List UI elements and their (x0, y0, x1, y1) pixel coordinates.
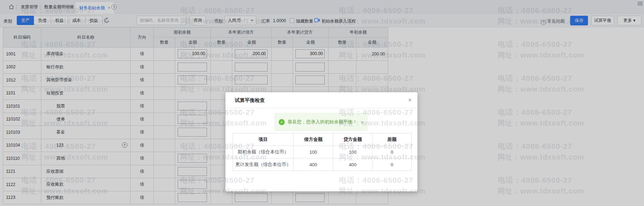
summary-col-item: 项目 (233, 133, 294, 146)
balance-summary-table: 项目 借方金额 贷方金额 差额 期初余额（综合本位币）1001000累计发生额（… (233, 133, 412, 171)
success-message: 恭喜您，您录入的初始余额平衡！ (288, 119, 357, 125)
summary-credit: 100 (333, 146, 372, 158)
summary-diff: 0 (372, 146, 412, 158)
summary-item: 累计发生额（综合本位币） (233, 158, 294, 171)
summary-row: 累计发生额（综合本位币）4004000 (233, 158, 412, 171)
summary-diff: 0 (372, 158, 412, 171)
summary-col-debit: 借方金额 (294, 133, 333, 146)
summary-col-diff: 差额 (372, 133, 412, 146)
app-window: 发票管理 数量金额明细账 财务初始余额× ▾ 类别 资产负债权益成本损益 查询 … (0, 0, 644, 206)
summary-debit: 400 (294, 158, 333, 171)
dialog-close-icon[interactable]: × (408, 97, 412, 104)
alert-close-icon[interactable]: × (361, 119, 364, 125)
success-check-icon: ✓ (279, 119, 285, 125)
summary-credit: 400 (333, 158, 372, 171)
summary-col-credit: 贷方金额 (333, 133, 372, 146)
summary-row: 期初余额（综合本位币）1001000 (233, 146, 412, 158)
summary-item: 期初余额（综合本位币） (233, 146, 294, 158)
trial-balance-dialog: 试算平衡检查 × ✓ 恭喜您，您录入的初始余额平衡！ × 项目 借方金额 贷方金… (225, 92, 417, 191)
summary-debit: 100 (294, 146, 333, 158)
success-alert: ✓ 恭喜您，您录入的初始余额平衡！ × (275, 113, 367, 131)
dialog-header: 试算平衡检查 × (225, 92, 417, 108)
dialog-title: 试算平衡检查 (235, 97, 265, 104)
